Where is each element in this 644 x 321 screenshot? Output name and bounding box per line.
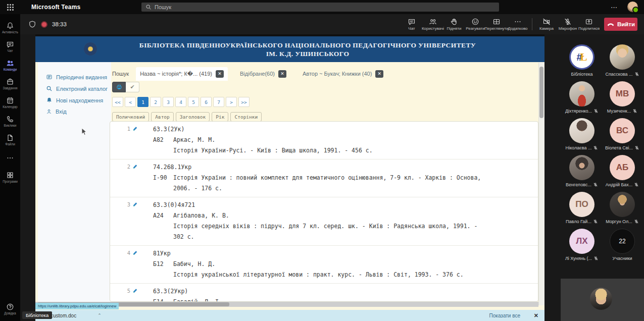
sidebar-item-Завдання[interactable]: Завдання xyxy=(0,74,20,93)
control-Чат[interactable]: Чат xyxy=(401,18,422,31)
photo-avatar xyxy=(569,118,595,143)
control-Додатково[interactable]: Додатково xyxy=(507,18,528,31)
sort-column-Рік[interactable]: Рік xyxy=(212,112,228,122)
table-row[interactable]: 163.3(2Ук)А82Аркас, М. М.Історія України… xyxy=(110,122,538,159)
self-video-tile[interactable] xyxy=(561,279,644,321)
participant-name-label: Моргун Ол... xyxy=(606,219,632,224)
sidebar-item-more[interactable] xyxy=(0,149,20,168)
page-button-<<[interactable]: << xyxy=(112,97,123,107)
edit-pencil-icon[interactable] xyxy=(132,201,138,207)
recording-icon xyxy=(41,21,47,28)
control-Користувачі[interactable]: Користувачі xyxy=(422,18,443,31)
menu-item-Періодичні видання[interactable]: Періодичні видання xyxy=(38,71,111,83)
page-button->[interactable]: > xyxy=(226,97,237,107)
entry-text: Аркас, М. М. xyxy=(173,135,215,145)
sidebar-item-Виклики[interactable]: Виклики xyxy=(0,112,20,130)
edit-pencil-icon[interactable] xyxy=(132,126,138,132)
sort-column-Сторінки[interactable]: Сторінки xyxy=(230,112,262,122)
sidebar-item-Чат[interactable]: Чат xyxy=(0,37,20,56)
page-button-5[interactable]: 5 xyxy=(188,97,199,107)
shelf-line: Б14Багалій, Д. І. xyxy=(153,297,538,302)
page-button-2[interactable]: 2 xyxy=(150,97,161,107)
participant-tile[interactable]: АБАндрій Бах... xyxy=(606,155,639,192)
page-button->>[interactable]: >> xyxy=(238,97,250,107)
control-label: Переглянути xyxy=(484,26,508,31)
sidebar-item-Календар[interactable]: Календар xyxy=(0,93,20,112)
more-options-icon[interactable]: ⋯ xyxy=(611,0,618,14)
page-button-7[interactable]: 7 xyxy=(213,97,224,107)
participant-tile[interactable]: ЛХЛі Хунянь (... xyxy=(565,229,599,265)
participant-tile[interactable]: МВМузиченк... xyxy=(607,81,637,118)
sort-column-Автор[interactable]: Автор xyxy=(151,112,174,122)
participant-tile[interactable]: #ŁБібліотека xyxy=(569,44,595,81)
self-avatar xyxy=(590,288,612,310)
edit-pencil-icon[interactable] xyxy=(132,288,138,294)
confirm-button[interactable]: ✔ xyxy=(126,82,139,92)
user-avatar[interactable] xyxy=(627,2,638,12)
page-button-3[interactable]: 3 xyxy=(163,97,174,107)
sidebar-item-Команди[interactable]: Команди xyxy=(0,56,20,74)
table-row[interactable]: 481УкрБ12Бабич, Н. Д.Історія української… xyxy=(110,246,538,284)
page-button-<[interactable]: < xyxy=(125,97,136,107)
participant-tile[interactable]: Моргун Ол... xyxy=(606,192,639,229)
remove-filter-icon[interactable]: ✕ xyxy=(278,70,286,78)
app-launcher-icon[interactable] xyxy=(0,0,20,14)
participant-tile[interactable]: Ніколаєва ... xyxy=(566,118,599,155)
class-code: 81Укр xyxy=(153,248,538,259)
table-row[interactable]: 363.3(0)4я721А24Агібалова, К. В.Історія … xyxy=(110,197,538,246)
row-content: 74.268.1УкрІ-90Історія України : повний … xyxy=(138,162,538,194)
edit-pencil-icon[interactable] xyxy=(132,250,138,256)
participant-tile[interactable]: Спасскова ... xyxy=(605,44,639,81)
participant-tile[interactable]: Діхтяренко... xyxy=(565,81,599,118)
control-Реагувати[interactable]: Реагувати xyxy=(465,18,486,31)
sort-column-Поличковий[interactable]: Поличковий xyxy=(112,112,149,122)
page-button-4[interactable]: 4 xyxy=(175,97,186,107)
menu-item-Нові надходження[interactable]: Нові надходження xyxy=(38,94,111,106)
remove-filter-icon[interactable]: ✕ xyxy=(375,70,383,78)
sidebar-item-Довідка[interactable]: Довідка xyxy=(0,299,20,318)
participant-tile[interactable]: Венгеловс... xyxy=(566,155,598,192)
chevron-up-icon[interactable]: ⌃ xyxy=(97,313,102,318)
table-row[interactable]: 274.268.1УкрІ-90Історія України : повний… xyxy=(110,159,538,197)
participant-tile[interactable]: ПОПавло Гай... xyxy=(566,192,598,229)
sort-column-Заголовок[interactable]: Заголовок xyxy=(176,112,210,122)
filter-tab[interactable]: Назва ~ історія*; К�... (419)✕ xyxy=(136,67,228,81)
edit-pencil-icon[interactable] xyxy=(132,164,138,170)
control-Переглянути[interactable]: Переглянути xyxy=(486,18,507,31)
close-download-bar-icon[interactable]: ✕ xyxy=(534,312,538,319)
sidebar-item-Програми[interactable]: Програми xyxy=(0,168,20,186)
shield-icon[interactable] xyxy=(28,20,36,28)
vertical-scrollbar[interactable] xyxy=(538,63,544,305)
filter-tab[interactable]: Відібране(60)✕ xyxy=(236,67,290,81)
control-Мікрофон[interactable]: Мікрофон xyxy=(557,18,578,31)
sidebar-item-Активність[interactable]: Активність xyxy=(0,18,20,37)
participant-name-label: Учасники xyxy=(613,256,632,261)
search-tab-label[interactable]: Пошук xyxy=(112,71,129,77)
search-input[interactable]: Пошук xyxy=(141,3,499,12)
download-bar: custom.doc ⌃ Показати все ✕ xyxy=(35,310,544,321)
participant-name-label: Спасскова ... xyxy=(605,72,632,77)
more-icon xyxy=(6,154,14,162)
menu-item-Електроний каталог[interactable]: Електроний каталог xyxy=(38,83,111,94)
control-Підняти[interactable]: Підняти xyxy=(443,18,465,31)
remove-filter-icon[interactable]: ✕ xyxy=(216,70,224,78)
menu-item-Вхід[interactable]: Вхід xyxy=(38,106,111,117)
vertical-scrollbar-thumb[interactable] xyxy=(539,67,543,118)
print-button[interactable] xyxy=(112,82,126,92)
filter-tab-label: Автор ~ Букач; Книжки (40) xyxy=(303,71,372,77)
leave-button[interactable]: Вийти xyxy=(604,18,637,31)
show-all-downloads-link[interactable]: Показати все xyxy=(489,313,520,318)
table-row[interactable]: 563.3(2Укр)Б14Багалій, Д. І. xyxy=(110,284,538,302)
filter-tab[interactable]: Автор ~ Букач; Книжки (40)✕ xyxy=(299,67,387,81)
control-Поділитися[interactable]: Поділитися xyxy=(578,18,600,31)
file-icon xyxy=(6,134,14,142)
page-button-1[interactable]: 1 xyxy=(137,97,148,107)
print-group: ✔ xyxy=(112,82,139,92)
sidebar-item-Файли[interactable]: Файли xyxy=(0,130,20,149)
row-number-block: 1 xyxy=(110,124,138,156)
participant-tile[interactable]: 22Учасники xyxy=(610,229,635,265)
control-Камера[interactable]: Камера xyxy=(536,18,557,31)
participant-tile[interactable]: ВСВіолета Сві... xyxy=(605,118,639,155)
download-file-item[interactable]: custom.doc ⌃ xyxy=(51,313,102,318)
page-button-6[interactable]: 6 xyxy=(201,97,212,107)
